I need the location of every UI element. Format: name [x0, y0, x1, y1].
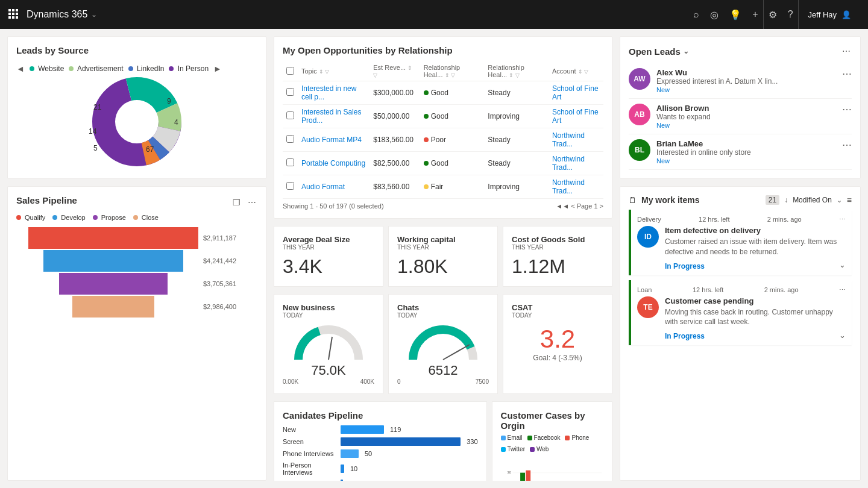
- chevron-down-icon[interactable]: ⌄: [837, 196, 842, 204]
- svg-text:4: 4: [174, 118, 178, 127]
- help-icon[interactable]: ?: [788, 9, 793, 20]
- lead-desc: Wants to expand: [656, 113, 836, 121]
- row-topic[interactable]: Interested in Sales Prod...: [298, 105, 370, 128]
- row-topic[interactable]: Audio Format: [298, 175, 370, 199]
- work-items-title: My work items: [641, 195, 761, 205]
- row-topic[interactable]: Interested in new cell p...: [298, 81, 370, 105]
- row-revenue: $300,000.00: [370, 81, 420, 105]
- metric-avg-deal-sub: THIS YEAR: [283, 244, 374, 251]
- row-health1: Good: [420, 152, 485, 175]
- funnel-label-1: $4,241,442: [203, 257, 245, 264]
- funnel-bar-wrap-2: [28, 273, 198, 295]
- work-item-footer: In Progress ⌄: [665, 330, 846, 340]
- target-icon[interactable]: ◎: [710, 9, 719, 20]
- lead-item: BL Brian LaMee Interested in online only…: [629, 134, 852, 170]
- opps-col-topic[interactable]: Topic ⇕ ▽: [298, 61, 370, 81]
- prev-arrow[interactable]: ◄: [16, 64, 25, 74]
- opportunities-table: Topic ⇕ ▽ Est Reve... ⇕ ▽ Relationship H…: [283, 61, 603, 199]
- table-row: Audio Format MP4 $183,560.00 Poor Steady…: [283, 128, 603, 152]
- chevron-down-icon[interactable]: ⌄: [683, 47, 689, 55]
- row-health2: Steady: [484, 81, 549, 105]
- work-item-time: 12 hrs. left: [699, 216, 729, 224]
- row-account[interactable]: School of Fine Art: [549, 105, 603, 128]
- funnel-bar-develop: [43, 250, 183, 272]
- pipeline-title: Sales Pipeline: [16, 195, 77, 205]
- svg-rect-6: [8, 16, 11, 19]
- bar-row: Screen 330: [283, 437, 478, 446]
- lead-item: AB Allison Brown Wants to expand New ⋯: [629, 99, 852, 134]
- row-account[interactable]: Northwind Trad...: [549, 128, 603, 152]
- svg-line-22: [443, 345, 470, 360]
- work-items-count: 21: [766, 195, 779, 205]
- app-title: Dynamics 365: [27, 9, 87, 20]
- lightbulb-icon[interactable]: 💡: [729, 9, 741, 20]
- filter-icon[interactable]: ≡: [847, 195, 852, 205]
- opps-pagination[interactable]: ◄◄ < Page 1 >: [556, 202, 603, 210]
- legend-qualify: Qualify: [16, 214, 45, 221]
- plus-icon[interactable]: +: [752, 9, 758, 20]
- legend-inperson: In Person: [169, 64, 209, 73]
- lead-status: New: [656, 86, 836, 93]
- next-arrow[interactable]: ►: [213, 64, 222, 74]
- work-item-more-btn[interactable]: ⋯: [839, 286, 846, 294]
- work-items-header: 🗒 My work items 21 ↓ Modified On ⌄ ≡: [629, 195, 852, 205]
- lead-item: AW Alex Wu Expressed interest in A. Datu…: [629, 63, 852, 99]
- metric-avg-deal: Average Deal Size THIS YEAR 3.4K: [274, 226, 383, 287]
- gear-icon[interactable]: ⚙: [769, 9, 777, 20]
- row-account[interactable]: School of Fine Art: [549, 81, 603, 105]
- svg-rect-0: [8, 9, 11, 11]
- legend-linkedin: LinkedIn: [128, 64, 165, 73]
- lead-avatar: AB: [629, 104, 650, 125]
- opps-col-health2[interactable]: Relationship Heal... ⇕ ▽: [484, 61, 549, 81]
- work-items-list: Delivery 12 hrs. left 2 mins. ago ⋯ ID I…: [629, 210, 852, 345]
- lead-name: Alex Wu: [656, 68, 836, 77]
- work-item-chevron[interactable]: ⌄: [839, 331, 846, 340]
- bar-row: Phone Interviews 50: [283, 449, 478, 458]
- row-account[interactable]: Northwind Trad...: [549, 175, 603, 199]
- row-account[interactable]: Northwind Trad...: [549, 152, 603, 175]
- select-all-checkbox[interactable]: [286, 67, 294, 75]
- search-icon[interactable]: ⌕: [693, 9, 699, 20]
- row-topic[interactable]: Audio Format MP4: [298, 128, 370, 152]
- lead-more-btn[interactable]: ⋯: [842, 139, 852, 151]
- row-checkbox[interactable]: [283, 128, 298, 152]
- lead-more-btn[interactable]: ⋯: [842, 68, 852, 80]
- svg-rect-4: [12, 13, 14, 15]
- row-topic[interactable]: Portable Computing: [298, 152, 370, 175]
- gauge-chats-min: 0: [397, 378, 401, 385]
- metric-cogs-sub: THIS YEAR: [512, 244, 603, 251]
- funnel-row-0: $2,911,187: [28, 227, 245, 249]
- open-leads-more-btn[interactable]: ⋯: [841, 45, 852, 57]
- waffle-icon[interactable]: [7, 8, 19, 22]
- row-checkbox[interactable]: [283, 152, 298, 175]
- gauge-csat-sub: TODAY: [512, 312, 603, 319]
- funnel-label-3: $2,986,400: [203, 303, 245, 310]
- sort-label[interactable]: Modified On: [793, 196, 832, 204]
- row-health2: Improving: [484, 105, 549, 128]
- row-checkbox[interactable]: [283, 175, 298, 199]
- pipeline-header: Sales Pipeline ❐ ⋯: [16, 195, 257, 209]
- lead-avatar: BL: [629, 139, 650, 161]
- row-revenue: $50,000.00: [370, 105, 420, 128]
- opps-col-account[interactable]: Account ⇕ ▽: [549, 61, 603, 81]
- work-item-chevron[interactable]: ⌄: [839, 260, 846, 269]
- work-item: Loan 12 hrs. left 2 mins. ago ⋯ TE Custo…: [629, 280, 852, 346]
- opps-col-health1[interactable]: Relationship Heal... ⇕ ▽: [420, 61, 485, 81]
- chevron-down-icon[interactable]: ⌄: [91, 10, 97, 19]
- opps-col-revenue[interactable]: Est Reve... ⇕ ▽: [370, 61, 420, 81]
- row-checkbox[interactable]: [283, 105, 298, 128]
- metric-wc-label: Working capital: [397, 235, 489, 244]
- work-item-more-btn[interactable]: ⋯: [839, 216, 846, 224]
- pipeline-more-btn[interactable]: ⋯: [247, 196, 257, 208]
- lead-more-btn[interactable]: ⋯: [842, 104, 852, 115]
- user-avatar-icon: 👤: [841, 10, 851, 19]
- row-checkbox[interactable]: [283, 81, 298, 105]
- open-leads-header: Open Leads ⌄ ⋯: [629, 45, 852, 57]
- row-health1: Good: [420, 105, 485, 128]
- work-item: Delivery 12 hrs. left 2 mins. ago ⋯ ID I…: [629, 210, 852, 275]
- work-item-desc: Customer raised an issue with item deliv…: [665, 237, 846, 257]
- pipeline-expand-btn[interactable]: ❐: [231, 196, 242, 208]
- row-health1: Fair: [420, 175, 485, 199]
- user-menu[interactable]: Jeff Hay 👤: [799, 10, 861, 19]
- csat-goal: Goal: 4 (-3.5%): [512, 354, 603, 362]
